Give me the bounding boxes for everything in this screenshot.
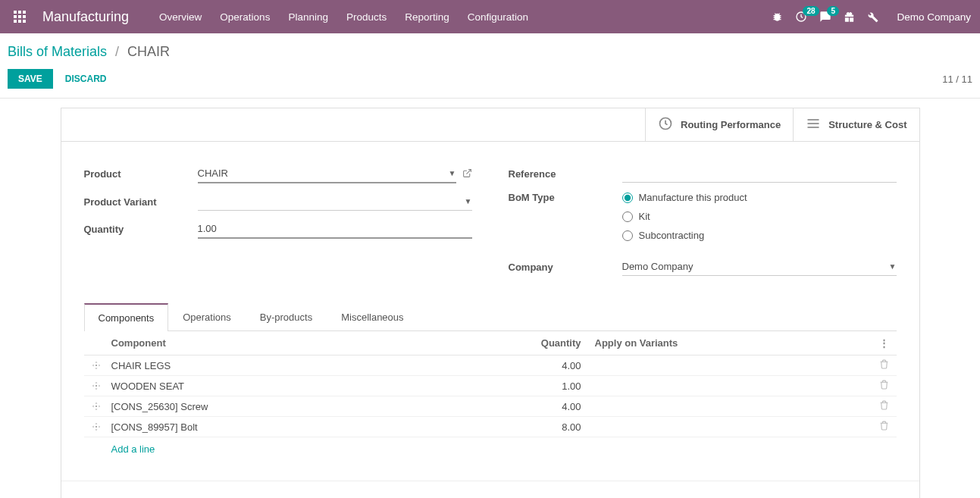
col-component: Component: [111, 337, 513, 349]
svg-rect-0: [14, 11, 17, 14]
tab-byproducts[interactable]: By-products: [246, 303, 327, 330]
quantity-input[interactable]: [198, 223, 472, 234]
table-row[interactable]: WOODEN SEAT 1.00: [84, 376, 897, 396]
components-table: Component Quantity Apply on Variants ⋮ C…: [84, 331, 897, 458]
save-button[interactable]: SAVE: [8, 69, 53, 89]
kebab-icon[interactable]: ⋮: [879, 337, 889, 349]
bug-icon[interactable]: [772, 11, 783, 23]
component-name[interactable]: [CONS_89957] Bolt: [111, 421, 513, 433]
col-variants: Apply on Variants: [581, 337, 862, 349]
component-name[interactable]: WOODEN SEAT: [111, 381, 513, 392]
label-bomtype: BoM Type: [509, 192, 622, 203]
chevron-down-icon[interactable]: ▼: [889, 262, 897, 271]
label-product: Product: [84, 168, 198, 180]
bom-type-group: Manufacture this product Kit Subcontract…: [622, 192, 897, 249]
messages-icon[interactable]: 5: [819, 11, 831, 23]
menu-configuration[interactable]: Configuration: [468, 11, 528, 23]
menu-reporting[interactable]: Reporting: [405, 11, 449, 23]
topbar-right: 28 5 Demo Company: [772, 11, 971, 23]
activities-icon[interactable]: 28: [795, 11, 807, 23]
label-company: Company: [509, 262, 622, 273]
chevron-down-icon[interactable]: ▼: [449, 169, 456, 177]
left-column: Product ▼ Product Variant: [84, 164, 472, 285]
drag-handle-icon[interactable]: [92, 381, 111, 390]
delete-row-icon[interactable]: [862, 400, 889, 412]
component-qty[interactable]: 4.00: [513, 360, 581, 371]
main-menu: Overview Operations Planning Products Re…: [159, 11, 772, 23]
svg-rect-17: [95, 426, 97, 428]
drag-handle-icon[interactable]: [92, 361, 111, 370]
reference-field[interactable]: [622, 164, 897, 183]
routing-label: Routing Performance: [681, 119, 781, 131]
routing-performance-button[interactable]: Routing Performance: [645, 108, 793, 141]
component-qty[interactable]: 4.00: [513, 401, 581, 412]
top-navbar: Manufacturing Overview Operations Planni…: [0, 0, 980, 33]
menu-operations[interactable]: Operations: [220, 11, 270, 23]
gift-icon[interactable]: [844, 11, 855, 23]
svg-rect-2: [23, 11, 26, 14]
stat-buttons: Routing Performance Structure & Cost: [61, 108, 919, 142]
menu-planning[interactable]: Planning: [288, 11, 328, 23]
component-name[interactable]: [CONS_25630] Screw: [111, 401, 513, 412]
product-input[interactable]: [198, 168, 449, 179]
svg-rect-7: [18, 20, 21, 23]
structure-label: Structure & Cost: [828, 119, 906, 131]
company-field[interactable]: ▼: [622, 258, 897, 276]
apps-icon[interactable]: [9, 6, 30, 27]
tab-operations[interactable]: Operations: [168, 303, 246, 330]
menu-products[interactable]: Products: [346, 11, 387, 23]
structure-cost-button[interactable]: Structure & Cost: [793, 108, 919, 141]
tools-icon[interactable]: [867, 11, 878, 23]
delete-row-icon[interactable]: [862, 421, 889, 433]
drag-handle-icon[interactable]: [92, 422, 111, 431]
component-qty[interactable]: 8.00: [513, 421, 581, 433]
messages-badge: 5: [827, 6, 839, 16]
breadcrumb-bar: Bills of Materials / CHAIR: [0, 33, 980, 66]
reference-input[interactable]: [622, 168, 897, 179]
svg-rect-12: [808, 123, 819, 124]
svg-rect-4: [18, 15, 21, 18]
clock-icon: [658, 116, 673, 133]
add-line-link[interactable]: Add a line: [111, 443, 155, 455]
delete-row-icon[interactable]: [862, 359, 889, 371]
table-row[interactable]: [CONS_89957] Bolt 8.00: [84, 417, 897, 437]
list-icon: [806, 116, 821, 133]
company-name[interactable]: Demo Company: [897, 11, 971, 23]
app-title: Manufacturing: [42, 9, 129, 25]
component-name[interactable]: CHAIR LEGS: [111, 360, 513, 371]
menu-overview[interactable]: Overview: [159, 11, 202, 23]
svg-rect-5: [23, 15, 26, 18]
tab-components[interactable]: Components: [84, 303, 169, 331]
svg-rect-1: [18, 11, 21, 14]
form-sheet: Routing Performance Structure & Cost Pro…: [61, 108, 920, 498]
actions-row: SAVE DISCARD 11 / 11: [0, 66, 980, 99]
variant-field[interactable]: ▼: [198, 193, 472, 211]
label-variant: Product Variant: [84, 196, 198, 208]
breadcrumb-sep: /: [115, 44, 119, 59]
chevron-down-icon[interactable]: ▼: [465, 197, 472, 205]
table-row[interactable]: [CONS_25630] Screw 4.00: [84, 396, 897, 417]
col-quantity: Quantity: [513, 337, 581, 349]
external-link-icon[interactable]: [462, 168, 472, 180]
radio-subcontracting[interactable]: Subcontracting: [622, 230, 897, 241]
tab-misc[interactable]: Miscellaneous: [327, 303, 418, 330]
svg-rect-11: [808, 119, 819, 121]
breadcrumb-root[interactable]: Bills of Materials: [8, 44, 107, 59]
svg-rect-15: [95, 385, 97, 387]
pager-text[interactable]: 11 / 11: [942, 74, 972, 85]
discard-button[interactable]: DISCARD: [65, 74, 107, 84]
product-field[interactable]: ▼: [198, 164, 456, 183]
tabs: Components Operations By-products Miscel…: [84, 303, 897, 331]
radio-manufacture[interactable]: Manufacture this product: [622, 192, 897, 203]
drag-handle-icon[interactable]: [92, 402, 111, 411]
label-reference: Reference: [509, 168, 622, 180]
radio-kit[interactable]: Kit: [622, 211, 897, 222]
quantity-field[interactable]: [198, 220, 472, 239]
variant-input[interactable]: [198, 196, 465, 207]
svg-rect-8: [23, 20, 26, 23]
company-input[interactable]: [622, 261, 889, 272]
delete-row-icon[interactable]: [862, 380, 889, 392]
component-qty[interactable]: 1.00: [513, 381, 581, 392]
table-row[interactable]: CHAIR LEGS 4.00: [84, 355, 897, 376]
right-column: Reference BoM Type Manufacture this prod…: [509, 164, 897, 285]
